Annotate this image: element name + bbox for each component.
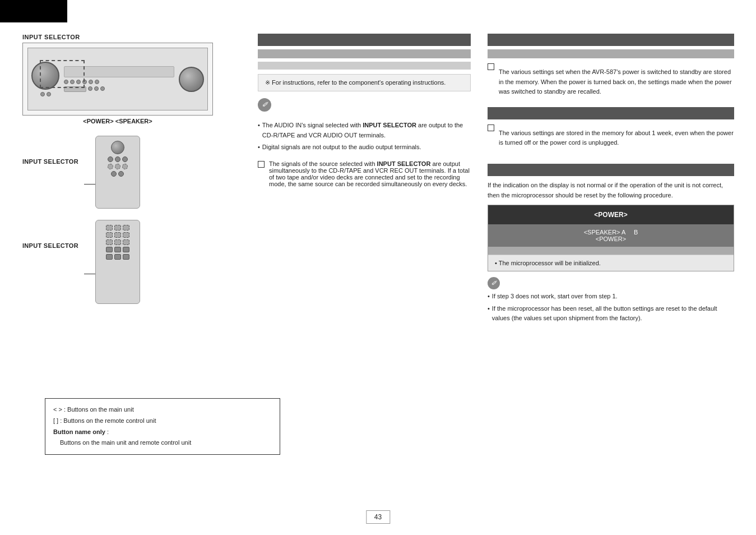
reset-bullet-text-2: If the microprocessor has been reset, al… (492, 304, 734, 324)
reset-note-text: • If step 3 does not work, start over fr… (488, 292, 734, 324)
main-unit-left-knob (31, 62, 59, 90)
note-icon-1: ✐ (258, 98, 271, 112)
remote2-btn-dashed (114, 225, 121, 230)
legend-box: < > : Buttons on the main unit [ ] : But… (45, 398, 280, 455)
bullet-text-2: Digital signals are not output to the au… (262, 142, 421, 153)
legend-text4: Buttons on the main unit and remote cont… (60, 439, 191, 446)
checkbox-text: The signals of the source selected with … (269, 160, 471, 187)
remote2-btn (123, 247, 129, 252)
power-speaker-label: <POWER> <SPEAKER> (22, 118, 213, 124)
remote1-btn-dashed (122, 164, 128, 169)
page-container: INPUT SELECTOR (0, 0, 756, 535)
legend-colon3: : (107, 428, 109, 435)
main-unit-buttons (64, 80, 174, 84)
remote-section: INPUT SELECTOR (22, 136, 258, 304)
reset-bullet-text-1: If step 3 does not work, start over from… (492, 292, 618, 302)
page-number: 43 (366, 510, 390, 524)
legend-text1: : Buttons on the main unit (64, 406, 134, 413)
reset-bullet-2: • If the microprocessor has been reset, … (488, 304, 734, 324)
remote2-btn (106, 254, 113, 260)
remote-line-1 (84, 184, 95, 185)
step1-label: <POWER> (488, 205, 734, 224)
reset-header-bar (488, 164, 734, 176)
main-unit-btn (64, 80, 68, 84)
remote1-btn-row (99, 171, 136, 177)
legend-content: < > : Buttons on the main unit [ ] : But… (53, 404, 272, 449)
remote1-btn-dashed (115, 164, 120, 169)
remote2-btn-dashed (106, 239, 113, 245)
right-header-bar3 (488, 107, 734, 119)
mid-header-bar3 (258, 62, 471, 70)
bullet-dot: • (258, 121, 260, 140)
right-text-2: The various settings are stored in the m… (499, 128, 734, 148)
legend-line3: Button name only : (53, 427, 272, 438)
remote1-body (95, 136, 140, 209)
remote1-btn (122, 156, 128, 162)
remote1-btn (115, 156, 120, 162)
remote2-body (95, 220, 140, 304)
notice-text: ※ For instructions, refer to the compone… (265, 79, 446, 86)
right-checkbox-2: The various settings are stored in the m… (488, 124, 734, 153)
remote2-btn-row (99, 239, 136, 245)
remote2-btn-row (99, 232, 136, 238)
bullet-item-2: • Digital signals are not output to the … (258, 142, 471, 153)
main-unit-inner (27, 48, 208, 110)
remote2-btn-row (99, 247, 136, 252)
left-column: INPUT SELECTOR (22, 34, 258, 304)
main-unit-btn (40, 92, 45, 96)
legend-sym1: < > (53, 406, 62, 413)
bullet-dot: • (488, 304, 490, 324)
remote2-btn (114, 247, 121, 252)
remote-item-2: INPUT SELECTOR (22, 220, 258, 304)
remote2-buttons (99, 225, 136, 260)
remote2-btn (123, 254, 129, 260)
main-unit-btn (95, 80, 99, 84)
reset-bullet-1: • If step 3 does not work, start over fr… (488, 292, 734, 302)
bullet-item-1: • The AUDIO IN's signal selected with IN… (258, 121, 471, 140)
legend-label3: Button name only (53, 428, 105, 435)
remote2-btn-dashed (123, 232, 129, 238)
remote2-btn-row (99, 254, 136, 260)
main-unit-btn (76, 80, 81, 84)
reset-note-icon: ✐ (488, 277, 500, 289)
bullet-text-1: The AUDIO IN's signal selected with INPU… (262, 121, 471, 140)
input-selector-label-top: INPUT SELECTOR (22, 34, 258, 40)
main-unit-btn (94, 86, 99, 91)
remote2-btn-dashed (123, 239, 129, 245)
main-unit-btn (88, 86, 92, 91)
reset-description: If the indication on the display is not … (488, 181, 734, 200)
remote2-btn (114, 254, 121, 260)
remote2-btn-dashed (106, 232, 113, 238)
remote2-btn-dashed (123, 225, 129, 230)
remote1-btn (108, 156, 113, 162)
remote-item-1: INPUT SELECTOR (22, 136, 258, 209)
main-unit-btn (89, 80, 93, 84)
checkbox-icon (258, 161, 265, 168)
mid-header-bar1 (258, 34, 471, 46)
main-unit-diagram (22, 43, 213, 116)
step3-bar (488, 247, 734, 255)
remote2-btn-row (99, 225, 136, 230)
remote-label-2: INPUT SELECTOR (22, 220, 78, 249)
remote1-buttons (99, 156, 136, 177)
notice-box: ※ For instructions, refer to the compone… (258, 74, 471, 91)
right-checkbox-1: The various settings set when the AVR-58… (488, 63, 734, 102)
legend-sym2: [ ] (53, 417, 58, 424)
legend-text2: : Buttons on the remote control unit (60, 417, 156, 424)
main-unit-buttons-row2 (64, 86, 174, 92)
mid-column: ※ For instructions, refer to the compone… (258, 34, 471, 191)
right-text-1: The various settings set when the AVR-58… (499, 67, 734, 97)
remote2-btn-dashed (114, 239, 121, 245)
remote2-btn (106, 247, 113, 252)
main-unit-btn (47, 92, 51, 96)
step-result-text: • The microprocessor will be initialized… (495, 260, 601, 266)
main-unit-center (64, 66, 174, 92)
legend-line1: < > : Buttons on the main unit (53, 404, 272, 416)
mid-note-section: ✐ • The AUDIO IN's signal selected with … (258, 98, 471, 153)
main-unit-btn (70, 80, 75, 84)
checkbox-item: The signals of the source selected with … (258, 160, 471, 187)
right-header-bar1 (488, 34, 734, 46)
reset-notes: ✐ • If step 3 does not work, start over … (488, 277, 734, 324)
remote2-btn-dashed (114, 232, 121, 238)
remote1-btn-dashed (108, 164, 113, 169)
